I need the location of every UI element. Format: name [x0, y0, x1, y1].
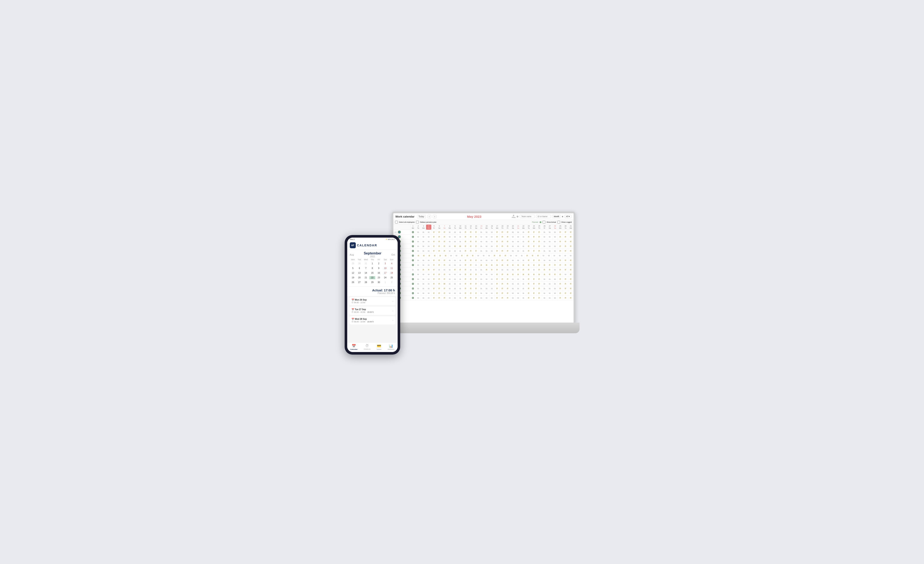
cal-day[interactable]: 30	[376, 280, 382, 285]
schedule-cell[interactable]: 11	[479, 239, 484, 244]
schedule-cell[interactable]: 11	[546, 254, 552, 258]
schedule-cell[interactable]: P	[558, 267, 563, 272]
schedule-cell[interactable]: 11	[416, 239, 421, 244]
schedule-cell[interactable]: 11	[453, 272, 458, 277]
schedule-cell[interactable]: 11	[421, 230, 426, 234]
schedule-cell[interactable]: 11	[447, 230, 453, 234]
schedule-cell[interactable]: P	[563, 230, 568, 234]
schedule-cell[interactable]: P	[531, 244, 537, 249]
schedule-cell[interactable]: P	[547, 267, 552, 272]
schedule-cell[interactable]: A	[479, 263, 484, 267]
schedule-cell[interactable]: P	[458, 267, 463, 272]
schedule-cell[interactable]: 11	[521, 239, 526, 244]
schedule-cell[interactable]: 11	[552, 267, 558, 272]
schedule-cell[interactable]: P	[526, 249, 531, 253]
schedule-cell[interactable]: P	[463, 230, 468, 234]
cal-day[interactable]: 8	[369, 266, 375, 270]
schedule-cell[interactable]: P	[473, 291, 479, 296]
schedule-cell[interactable]: 11	[447, 286, 453, 291]
schedule-cell[interactable]: 11	[473, 267, 479, 272]
schedule-cell[interactable]: 11	[479, 267, 484, 272]
schedule-cell[interactable]: P	[489, 267, 495, 272]
schedule-cell[interactable]: 11	[510, 286, 516, 291]
schedule-cell[interactable]: S	[410, 282, 416, 286]
schedule-cell[interactable]: P	[463, 291, 468, 296]
schedule-cell[interactable]: P	[568, 258, 574, 262]
schedule-cell[interactable]: P	[442, 286, 447, 291]
schedule-cell[interactable]: P	[558, 296, 563, 300]
schedule-cell[interactable]: P	[500, 230, 505, 234]
schedule-cell[interactable]: 11	[426, 235, 431, 239]
schedule-cell[interactable]: P	[563, 239, 568, 244]
schedule-cell[interactable]: P	[463, 282, 468, 286]
schedule-cell[interactable]: P	[431, 239, 437, 244]
schedule-cell[interactable]: 11	[479, 286, 484, 291]
schedule-cell[interactable]: A	[510, 263, 516, 267]
schedule-cell[interactable]: 11	[484, 239, 489, 244]
schedule-cell[interactable]: 11	[416, 249, 421, 253]
cal-day[interactable]: 16	[376, 271, 382, 275]
id-search-input[interactable]	[536, 215, 551, 218]
schedule-cell[interactable]: 11	[416, 258, 421, 262]
schedule-cell[interactable]: 11	[447, 296, 453, 300]
schedule-cell[interactable]: P	[473, 249, 479, 253]
schedule-cell[interactable]: 11	[500, 267, 505, 272]
schedule-cell[interactable]: P	[537, 282, 542, 286]
schedule-cell[interactable]: A	[537, 272, 542, 277]
schedule-cell[interactable]: P	[526, 282, 531, 286]
schedule-cell[interactable]: P	[431, 277, 437, 281]
schedule-cell[interactable]: 11	[542, 277, 547, 281]
schedule-cell[interactable]: P	[536, 254, 541, 258]
schedule-cell[interactable]: 11	[426, 230, 431, 234]
schedule-cell[interactable]: 11	[489, 291, 495, 296]
cal-day[interactable]: 5	[350, 266, 356, 270]
schedule-cell[interactable]: 11	[453, 282, 458, 286]
schedule-cell[interactable]: M	[442, 282, 447, 286]
schedule-cell[interactable]: 11	[447, 239, 453, 244]
schedule-cell[interactable]: P	[505, 249, 510, 253]
schedule-cell[interactable]: P	[516, 267, 521, 272]
schedule-cell[interactable]: P	[537, 258, 542, 262]
schedule-cell[interactable]: A	[526, 263, 531, 267]
schedule-cell[interactable]: P	[568, 263, 574, 267]
schedule-cell[interactable]: 11	[510, 296, 516, 300]
schedule-cell[interactable]: 11	[516, 235, 521, 239]
cal-day[interactable]: 7	[363, 266, 369, 270]
schedule-cell[interactable]: 11	[489, 235, 495, 239]
cal-day[interactable]: 15	[369, 271, 375, 275]
schedule-cell[interactable]: 11	[489, 272, 495, 277]
schedule-cell[interactable]: P	[537, 230, 542, 234]
schedule-cell[interactable]: P	[470, 254, 476, 258]
schedule-cell[interactable]: 11	[547, 239, 552, 244]
schedule-cell[interactable]: S	[410, 291, 416, 296]
schedule-cell[interactable]: P	[473, 286, 479, 291]
schedule-cell[interactable]: 11	[426, 258, 431, 262]
schedule-cell[interactable]: P	[547, 272, 552, 277]
schedule-cell[interactable]: 11	[416, 235, 421, 239]
schedule-cell[interactable]: P	[568, 239, 574, 244]
schedule-cell[interactable]: P	[568, 296, 574, 300]
cal-day[interactable]: 29	[350, 261, 356, 266]
schedule-cell[interactable]: P	[431, 230, 437, 234]
marked-cell[interactable]: 22	[369, 276, 375, 279]
schedule-cell[interactable]: 11	[521, 249, 526, 253]
schedule-cell[interactable]: P	[531, 258, 537, 262]
schedule-cell[interactable]: 11	[521, 277, 526, 281]
schedule-cell[interactable]: P	[526, 291, 531, 296]
schedule-cell[interactable]: P	[442, 291, 447, 296]
schedule-cell[interactable]: 11	[547, 258, 552, 262]
schedule-cell[interactable]: P	[468, 277, 474, 281]
schedule-cell[interactable]: M	[458, 244, 463, 249]
schedule-cell[interactable]: P	[531, 296, 537, 300]
schedule-cell[interactable]: P	[568, 282, 574, 286]
cal-day[interactable]: 1	[369, 261, 375, 266]
schedule-cell[interactable]: P	[558, 249, 563, 253]
schedule-cell[interactable]: P	[495, 249, 500, 253]
schedule-cell[interactable]: P	[437, 239, 442, 244]
schedule-cell[interactable]: P	[568, 277, 574, 281]
schedule-cell[interactable]: P	[437, 272, 442, 277]
schedule-cell[interactable]: 11	[547, 286, 552, 291]
schedule-cell[interactable]: A	[438, 254, 443, 258]
cal-day[interactable]: 9	[376, 266, 382, 270]
schedule-cell[interactable]: 11	[486, 254, 492, 258]
